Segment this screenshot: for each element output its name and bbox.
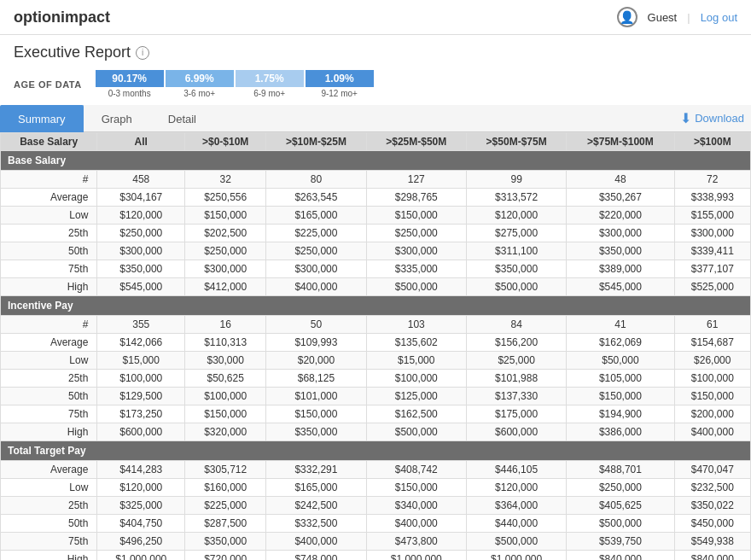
table-row: #4583280127994872 bbox=[1, 171, 751, 189]
stat-value: $287,500 bbox=[185, 515, 266, 533]
stat-value: $525,000 bbox=[674, 278, 750, 296]
age-bar: 90.17% 0-3 months 6.99% 3-6 mo+ 1.75% 6-… bbox=[96, 70, 374, 98]
logout-button[interactable]: Log out bbox=[701, 11, 737, 24]
stat-value: $500,000 bbox=[366, 423, 466, 441]
stat-value: $389,000 bbox=[567, 260, 674, 278]
stat-value: $250,000 bbox=[366, 225, 466, 242]
stat-value: $101,000 bbox=[266, 388, 366, 405]
table-row: High$545,000$412,000$400,000$500,000$500… bbox=[1, 278, 751, 296]
download-button[interactable]: ⬇ Download bbox=[680, 110, 744, 126]
stat-value: $408,742 bbox=[366, 461, 466, 479]
stat-value: 355 bbox=[97, 316, 185, 334]
stat-value: $350,267 bbox=[567, 189, 674, 207]
stat-value: $350,022 bbox=[674, 497, 750, 515]
stat-value: 127 bbox=[366, 171, 466, 189]
stat-value: $200,000 bbox=[674, 405, 750, 423]
age-segment: 1.75% 6-9 mo+ bbox=[236, 70, 304, 98]
stat-value: 41 bbox=[567, 316, 674, 334]
tab-detail[interactable]: Detail bbox=[150, 105, 214, 132]
stat-value: $840,000 bbox=[674, 551, 750, 561]
stat-value: $500,000 bbox=[466, 533, 566, 551]
table-row: High$600,000$320,000$350,000$500,000$600… bbox=[1, 423, 751, 441]
stat-value: $154,687 bbox=[674, 334, 750, 352]
stat-value: 16 bbox=[185, 316, 266, 334]
info-icon[interactable]: i bbox=[136, 46, 149, 60]
age-segment-bar: 90.17% bbox=[96, 70, 164, 87]
stat-value: $1,000,000 bbox=[466, 551, 566, 561]
stat-value: $225,000 bbox=[185, 497, 266, 515]
tab-summary[interactable]: Summary bbox=[0, 105, 84, 132]
stat-label: Low bbox=[1, 352, 97, 370]
page-header: Executive Report i bbox=[0, 35, 751, 67]
stat-value: $120,000 bbox=[97, 479, 185, 497]
stat-value: $840,000 bbox=[567, 551, 674, 561]
stat-value: $109,993 bbox=[266, 334, 366, 352]
stat-value: $539,750 bbox=[567, 533, 674, 551]
col-header-6: >$75M-$100M bbox=[567, 133, 674, 151]
stat-value: $137,330 bbox=[466, 388, 566, 405]
stat-value: $470,047 bbox=[674, 461, 750, 479]
age-segment-range: 6-9 mo+ bbox=[253, 89, 285, 98]
section-header: Base Salary bbox=[1, 151, 751, 171]
stat-value: $473,800 bbox=[366, 533, 466, 551]
stat-value: $350,000 bbox=[266, 423, 366, 441]
stat-label: 25th bbox=[1, 225, 97, 242]
col-header-5: >$50M-$75M bbox=[466, 133, 566, 151]
col-header-2: >$0-$10M bbox=[185, 133, 266, 151]
stat-value: 103 bbox=[366, 316, 466, 334]
user-label: Guest bbox=[648, 11, 678, 24]
stat-value: $150,000 bbox=[185, 405, 266, 423]
stat-value: $250,556 bbox=[185, 189, 266, 207]
stat-value: $400,000 bbox=[674, 423, 750, 441]
stat-value: $545,000 bbox=[97, 278, 185, 296]
stat-value: $129,500 bbox=[97, 388, 185, 405]
table-row: 25th$250,000$202,500$225,000$250,000$275… bbox=[1, 225, 751, 242]
stat-value: $545,000 bbox=[567, 278, 674, 296]
table-row: 75th$496,250$350,000$400,000$473,800$500… bbox=[1, 533, 751, 551]
stat-value: $405,625 bbox=[567, 497, 674, 515]
stat-value: $30,000 bbox=[185, 352, 266, 370]
table-row: Average$142,066$110,313$109,993$135,602$… bbox=[1, 334, 751, 352]
stat-value: $339,411 bbox=[674, 242, 750, 260]
stat-value: $600,000 bbox=[466, 423, 566, 441]
table-row: 25th$325,000$225,000$242,500$340,000$364… bbox=[1, 497, 751, 515]
stat-label: # bbox=[1, 171, 97, 189]
summary-table: Base SalaryAll>$0-$10M>$10M-$25M>$25M-$5… bbox=[0, 132, 751, 560]
download-icon: ⬇ bbox=[680, 110, 691, 126]
stat-value: 48 bbox=[567, 171, 674, 189]
stat-value: $350,000 bbox=[97, 260, 185, 278]
stat-value: $500,000 bbox=[466, 278, 566, 296]
stat-value: $15,000 bbox=[366, 352, 466, 370]
stat-value: $120,000 bbox=[466, 479, 566, 497]
tabs-bar: SummaryGraphDetail ⬇ Download bbox=[0, 105, 751, 132]
stat-label: 25th bbox=[1, 497, 97, 515]
stat-value: 84 bbox=[466, 316, 566, 334]
stat-value: $120,000 bbox=[466, 207, 566, 225]
col-header-1: All bbox=[97, 133, 185, 151]
stat-value: $250,000 bbox=[185, 242, 266, 260]
stat-label: High bbox=[1, 551, 97, 561]
separator: | bbox=[687, 11, 690, 24]
stat-value: $162,069 bbox=[567, 334, 674, 352]
stat-value: $250,000 bbox=[97, 225, 185, 242]
stat-value: $414,283 bbox=[97, 461, 185, 479]
table-row: 50th$129,500$100,000$101,000$125,000$137… bbox=[1, 388, 751, 405]
top-right: 👤 Guest | Log out bbox=[617, 7, 737, 27]
stat-label: Low bbox=[1, 479, 97, 497]
stat-value: $120,000 bbox=[97, 207, 185, 225]
age-label: AGE OF DATA bbox=[14, 79, 82, 90]
stat-value: $320,000 bbox=[185, 423, 266, 441]
stat-value: $500,000 bbox=[366, 278, 466, 296]
stat-value: $300,000 bbox=[185, 260, 266, 278]
stat-value: $350,000 bbox=[567, 242, 674, 260]
stat-value: $304,167 bbox=[97, 189, 185, 207]
age-segment-range: 3-6 mo+ bbox=[183, 89, 215, 98]
top-bar: optionimpact 👤 Guest | Log out bbox=[0, 0, 751, 35]
tab-graph[interactable]: Graph bbox=[84, 105, 150, 132]
table-wrapper: Base SalaryAll>$0-$10M>$10M-$25M>$25M-$5… bbox=[0, 132, 751, 560]
stat-value: $332,500 bbox=[266, 515, 366, 533]
stat-value: $600,000 bbox=[97, 423, 185, 441]
age-segment: 6.99% 3-6 mo+ bbox=[166, 70, 234, 98]
stat-value: $220,000 bbox=[567, 207, 674, 225]
stat-value: $20,000 bbox=[266, 352, 366, 370]
